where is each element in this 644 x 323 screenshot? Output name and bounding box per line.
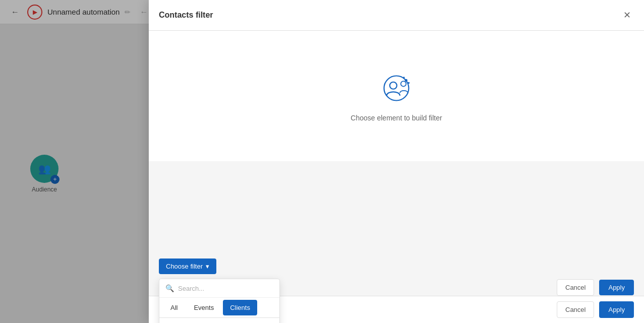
svg-point-3 <box>405 79 407 81</box>
filter-row: Choose filter ▾ 🔍 All <box>159 259 634 274</box>
cancel-bottom-button[interactable]: Cancel <box>557 301 594 318</box>
tab-all[interactable]: All <box>163 300 185 315</box>
modal-header: Contacts filter ✕ <box>149 0 644 31</box>
svg-point-1 <box>390 82 397 89</box>
choose-filter-label: Choose filter <box>166 263 203 270</box>
svg-point-5 <box>403 77 405 79</box>
filter-tabs: All Events Clients <box>159 298 279 318</box>
empty-state: Choose element to build filter <box>149 31 644 161</box>
choose-filter-button[interactable]: Choose filter ▾ <box>159 259 216 274</box>
apply-bottom-button[interactable]: Apply <box>599 301 634 318</box>
contacts-filter-icon <box>379 71 414 106</box>
filter-dropdown: 🔍 All Events Clients <box>159 279 280 323</box>
list-item-tags[interactable]: 📁 Tags <box>159 321 279 323</box>
svg-point-4 <box>408 82 410 84</box>
modal-title: Contacts filter <box>159 11 213 20</box>
dropdown-list: 📁 Tags 📁 Attributes 📁 Speci <box>159 318 279 323</box>
filter-content-area <box>149 161 644 251</box>
filter-area-wrapper: Choose filter ▾ 🔍 All <box>149 251 644 296</box>
svg-point-2 <box>401 81 406 87</box>
cancel-top-button[interactable]: Cancel <box>557 279 594 296</box>
dropdown-search-container: 🔍 <box>159 279 279 298</box>
choose-filter-arrow: ▾ <box>206 263 209 270</box>
contacts-filter-modal: Contacts filter ✕ Choose elem <box>149 0 644 323</box>
search-icon: 🔍 <box>165 284 174 292</box>
modal-overlay: Contacts filter ✕ Choose elem <box>0 0 644 323</box>
close-modal-button[interactable]: ✕ <box>620 8 634 22</box>
modal-body: Choose element to build filter Choose fi… <box>149 31 644 323</box>
apply-top-button[interactable]: Apply <box>599 280 634 295</box>
tab-clients[interactable]: Clients <box>223 300 257 315</box>
tab-events[interactable]: Events <box>187 300 221 315</box>
search-input[interactable] <box>178 285 273 292</box>
empty-state-text: Choose element to build filter <box>350 114 442 122</box>
